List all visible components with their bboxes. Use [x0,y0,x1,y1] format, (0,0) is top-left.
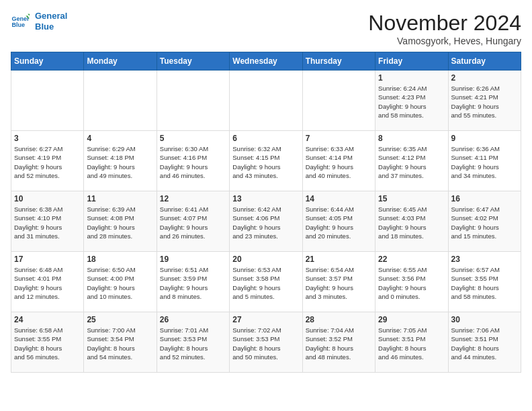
day-number: 11 [87,194,153,203]
day-number: 15 [378,194,445,203]
calendar-table: SundayMondayTuesdayWednesdayThursdayFrid… [11,52,521,373]
day-info: Sunrise: 6:50 AM Sunset: 4:00 PM Dayligh… [87,265,153,301]
header-sunday: Sunday [11,52,84,71]
day-number: 10 [14,194,81,203]
day-info: Sunrise: 6:57 AM Sunset: 3:55 PM Dayligh… [451,265,518,301]
header-thursday: Thursday [302,52,375,71]
day-number: 14 [306,194,372,203]
svg-text:Blue: Blue [11,21,25,28]
title-area: November 2024 Vamosgyork, Heves, Hungary [368,11,521,46]
day-cell: 26Sunrise: 7:01 AM Sunset: 3:53 PM Dayli… [157,312,229,373]
day-cell: 28Sunrise: 7:04 AM Sunset: 3:52 PM Dayli… [302,312,375,373]
day-info: Sunrise: 6:26 AM Sunset: 4:21 PM Dayligh… [451,84,518,120]
day-number: 3 [14,134,81,143]
week-row-2: 3Sunrise: 6:27 AM Sunset: 4:19 PM Daylig… [11,131,521,191]
day-cell: 25Sunrise: 7:00 AM Sunset: 3:54 PM Dayli… [84,312,157,373]
day-info: Sunrise: 6:36 AM Sunset: 4:11 PM Dayligh… [451,144,518,180]
header-tuesday: Tuesday [157,52,229,71]
day-number: 29 [378,315,445,324]
day-number: 21 [306,255,372,264]
day-cell: 13Sunrise: 6:42 AM Sunset: 4:06 PM Dayli… [230,191,302,252]
day-info: Sunrise: 6:55 AM Sunset: 3:56 PM Dayligh… [378,265,445,301]
header-saturday: Saturday [448,52,521,71]
day-number: 25 [87,315,153,324]
day-info: Sunrise: 6:45 AM Sunset: 4:03 PM Dayligh… [378,205,445,240]
week-row-4: 17Sunrise: 6:48 AM Sunset: 4:01 PM Dayli… [11,252,521,312]
day-info: Sunrise: 6:27 AM Sunset: 4:19 PM Dayligh… [14,144,81,180]
day-number: 5 [160,134,226,143]
day-info: Sunrise: 7:04 AM Sunset: 3:52 PM Dayligh… [306,326,372,361]
day-info: Sunrise: 6:53 AM Sunset: 3:58 PM Dayligh… [232,265,299,301]
day-cell: 7Sunrise: 6:33 AM Sunset: 4:14 PM Daylig… [302,131,375,191]
day-cell: 3Sunrise: 6:27 AM Sunset: 4:19 PM Daylig… [11,131,84,191]
day-info: Sunrise: 7:05 AM Sunset: 3:51 PM Dayligh… [378,326,445,361]
day-info: Sunrise: 6:30 AM Sunset: 4:16 PM Dayligh… [160,144,226,180]
day-cell [302,71,375,131]
day-info: Sunrise: 6:24 AM Sunset: 4:23 PM Dayligh… [378,84,445,120]
day-cell: 11Sunrise: 6:39 AM Sunset: 4:08 PM Dayli… [84,191,157,252]
day-number: 6 [232,134,299,143]
day-info: Sunrise: 6:54 AM Sunset: 3:57 PM Dayligh… [306,265,372,301]
day-number: 16 [451,194,518,203]
logo: General Blue General Blue [11,11,67,32]
page-header: General Blue General Blue November 2024 … [11,11,521,46]
day-cell: 22Sunrise: 6:55 AM Sunset: 3:56 PM Dayli… [375,252,448,312]
day-cell: 12Sunrise: 6:41 AM Sunset: 4:07 PM Dayli… [157,191,229,252]
day-cell: 8Sunrise: 6:35 AM Sunset: 4:12 PM Daylig… [375,131,448,191]
day-number: 26 [160,315,226,324]
day-cell: 15Sunrise: 6:45 AM Sunset: 4:03 PM Dayli… [375,191,448,252]
day-number: 24 [14,315,81,324]
logo-icon: General Blue [11,12,30,31]
day-number: 30 [451,315,518,324]
day-cell: 16Sunrise: 6:47 AM Sunset: 4:02 PM Dayli… [448,191,521,252]
day-cell [230,71,302,131]
day-cell: 10Sunrise: 6:38 AM Sunset: 4:10 PM Dayli… [11,191,84,252]
day-number: 4 [87,134,153,143]
day-number: 28 [306,315,372,324]
header-friday: Friday [375,52,448,71]
day-number: 8 [378,134,445,143]
day-cell: 23Sunrise: 6:57 AM Sunset: 3:55 PM Dayli… [448,252,521,312]
day-number: 19 [160,255,226,264]
day-number: 22 [378,255,445,264]
day-number: 9 [451,134,518,143]
day-info: Sunrise: 6:32 AM Sunset: 4:15 PM Dayligh… [232,144,299,180]
day-info: Sunrise: 6:38 AM Sunset: 4:10 PM Dayligh… [14,205,81,240]
day-cell: 5Sunrise: 6:30 AM Sunset: 4:16 PM Daylig… [157,131,229,191]
day-cell: 29Sunrise: 7:05 AM Sunset: 3:51 PM Dayli… [375,312,448,373]
day-info: Sunrise: 6:29 AM Sunset: 4:18 PM Dayligh… [87,144,153,180]
day-cell: 18Sunrise: 6:50 AM Sunset: 4:00 PM Dayli… [84,252,157,312]
day-cell: 27Sunrise: 7:02 AM Sunset: 3:53 PM Dayli… [230,312,302,373]
week-row-1: 1Sunrise: 6:24 AM Sunset: 4:23 PM Daylig… [11,71,521,131]
day-info: Sunrise: 6:41 AM Sunset: 4:07 PM Dayligh… [160,205,226,240]
header-wednesday: Wednesday [230,52,302,71]
calendar-header-row: SundayMondayTuesdayWednesdayThursdayFrid… [11,52,521,71]
day-number: 2 [451,73,518,83]
day-number: 1 [378,73,445,83]
day-info: Sunrise: 6:44 AM Sunset: 4:05 PM Dayligh… [306,205,372,240]
day-cell: 19Sunrise: 6:51 AM Sunset: 3:59 PM Dayli… [157,252,229,312]
day-cell: 20Sunrise: 6:53 AM Sunset: 3:58 PM Dayli… [230,252,302,312]
day-info: Sunrise: 7:01 AM Sunset: 3:53 PM Dayligh… [160,326,226,361]
day-info: Sunrise: 6:47 AM Sunset: 4:02 PM Dayligh… [451,205,518,240]
day-info: Sunrise: 6:48 AM Sunset: 4:01 PM Dayligh… [14,265,81,301]
header-monday: Monday [84,52,157,71]
day-cell [84,71,157,131]
calendar-title: November 2024 [368,11,521,36]
day-info: Sunrise: 7:06 AM Sunset: 3:51 PM Dayligh… [451,326,518,361]
day-info: Sunrise: 7:02 AM Sunset: 3:53 PM Dayligh… [232,326,299,361]
day-number: 23 [451,255,518,264]
day-number: 13 [232,194,299,203]
day-cell: 1Sunrise: 6:24 AM Sunset: 4:23 PM Daylig… [375,71,448,131]
day-number: 20 [232,255,299,264]
week-row-5: 24Sunrise: 6:58 AM Sunset: 3:55 PM Dayli… [11,312,521,373]
logo-text: General Blue [35,11,67,32]
day-number: 27 [232,315,299,324]
day-cell: 2Sunrise: 6:26 AM Sunset: 4:21 PM Daylig… [448,71,521,131]
day-number: 18 [87,255,153,264]
day-cell: 4Sunrise: 6:29 AM Sunset: 4:18 PM Daylig… [84,131,157,191]
day-info: Sunrise: 6:42 AM Sunset: 4:06 PM Dayligh… [232,205,299,240]
day-cell: 30Sunrise: 7:06 AM Sunset: 3:51 PM Dayli… [448,312,521,373]
day-cell: 17Sunrise: 6:48 AM Sunset: 4:01 PM Dayli… [11,252,84,312]
day-cell: 21Sunrise: 6:54 AM Sunset: 3:57 PM Dayli… [302,252,375,312]
